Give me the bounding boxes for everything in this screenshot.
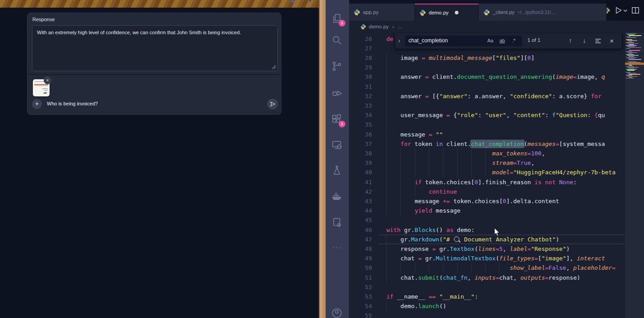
whole-word-icon[interactable]: ab [499,38,505,43]
find-previous-button[interactable]: ↑ [569,37,572,44]
line-number: 45 [349,215,372,225]
line-number: 48 [349,244,372,254]
minimap[interactable] [625,32,644,318]
desktop-wallpaper-gap [319,0,326,318]
code-line[interactable]: 46with gr.Blocks() as demo: [349,225,625,235]
tab-label: demo.py [429,10,449,15]
modified-dot-icon[interactable] [455,11,458,14]
code-line[interactable]: 47 gr.Markdown("# Document Analyzer Chat… [349,235,625,244]
minimap-line [626,78,634,78]
code-line[interactable]: 33 [349,101,625,110]
run-button[interactable] [614,6,628,15]
find-expand-icon[interactable]: › [398,37,400,44]
find-next-button[interactable]: ↓ [583,37,586,44]
tab-demo-py[interactable]: demo.py [415,4,479,21]
add-attachment-button[interactable]: + [32,99,42,109]
code-line[interactable]: 40 model="HuggingFaceH4/zephyr-7b-beta [349,168,625,177]
code-line[interactable]: 36 message = "" [349,130,625,139]
activity-bar: 1 1 [326,0,349,318]
code-line[interactable]: 41 if token.choices[0].finish_reason is … [349,177,625,187]
find-in-selection-icon[interactable] [595,38,601,45]
code-line[interactable]: 37 for token in client.chat_completion(m… [349,139,625,149]
code-line[interactable]: 29 [349,63,625,72]
code-line[interactable]: 48 response = gr.Textbox(lines=5, label=… [349,244,625,254]
minimap-line [627,58,635,59]
line-number: 26 [349,34,372,44]
tab-client-py[interactable]: _client.py ~/.../python3.11/... [479,4,607,21]
explorer-badge: 1 [339,20,345,27]
run-debug-icon[interactable] [331,86,344,99]
remote-explorer-icon[interactable] [331,139,344,152]
minimap-line [626,54,634,55]
tab-label: app.py [363,9,379,15]
source-control-icon[interactable] [331,60,344,73]
code-line[interactable]: 32 answer = [{"answer": a.answer, "confi… [349,91,625,101]
chat-input[interactable]: Who is being invoiced? [47,101,98,106]
find-input[interactable]: chat_completion Aa ab .* [405,36,522,46]
testing-beaker-icon[interactable] [331,164,344,177]
more-actions-icon[interactable]: ··· [331,243,344,256]
code-editor[interactable]: 26de2728 image = multimodal_message["fil… [349,32,625,318]
search-icon[interactable] [331,34,344,47]
code-line[interactable]: 42 continue [349,187,625,196]
breadcrumb[interactable]: demo.py › ... [349,21,644,32]
line-number: 53 [349,292,372,301]
remove-attachment-button[interactable]: × [44,77,51,84]
code-line[interactable]: 54 demo.launch() [349,301,625,311]
code-line[interactable]: 50 show_label=False, placeholder= [349,263,625,273]
minimap-line [626,36,630,37]
line-number: 38 [349,149,372,158]
indent-guide [386,120,387,129]
code-line[interactable]: 30 answer = client.document_question_ans… [349,72,625,82]
response-textbox[interactable]: With an extremely high level of confiden… [32,25,278,71]
line-number: 52 [349,282,372,292]
plus-icon: + [35,100,39,107]
code-line[interactable]: 35 [349,120,625,129]
python-icon [419,9,426,16]
tab-app-py[interactable]: app.py [349,4,415,21]
send-button[interactable] [267,99,278,109]
code-line[interactable]: 34 user_message = {"role": "user", "cont… [349,110,625,120]
resize-handle-icon[interactable] [272,65,276,69]
docker-icon[interactable] [331,191,344,204]
python-icon [354,9,360,16]
code-line[interactable]: 43 message += token.choices[0].delta.con… [349,196,625,206]
minimap-line [627,40,637,41]
line-number: 30 [349,72,372,82]
code-line[interactable]: 51 chat.submit(chat_fn, inputs=chat, out… [349,273,625,282]
find-results-count: 1 of 1 [527,37,540,43]
line-number: 50 [349,263,372,273]
line-number: 32 [349,91,372,101]
minimap-line [626,66,634,67]
breadcrumb-more[interactable]: ... [398,24,402,29]
match-case-icon[interactable]: Aa [487,38,493,43]
tab-description: ~/.../python3.11/... [517,9,555,15]
account-icon[interactable] [331,307,344,318]
code-line[interactable]: 38 max_tokens=100, [349,149,625,158]
magnifier-icon [454,236,459,242]
code-runner-icon[interactable] [331,217,344,229]
regex-icon[interactable]: .* [512,38,515,43]
breadcrumb-file[interactable]: demo.py [369,24,389,29]
code-line[interactable]: 39 stream=True, [349,158,625,168]
minimap-line [629,41,632,42]
minimap-line [629,47,641,48]
code-line[interactable]: 53if __name__ == "__main__": [349,292,625,301]
find-widget: › chat_completion Aa ab .* 1 of 1 ↑ ↓ × [395,33,622,49]
minimap-line [629,59,641,59]
extensions-icon[interactable]: 1 [331,114,344,126]
code-line[interactable]: 49 chat = gr.MultimodalTextbox(file_type… [349,254,625,263]
explorer-icon[interactable]: 1 [331,13,344,25]
code-line[interactable]: 44 yield message [349,206,625,215]
split-editor-icon [631,6,639,14]
code-line[interactable]: 52 [349,282,625,292]
line-number: 33 [349,101,372,110]
minimap-line [626,33,637,34]
split-editor-button[interactable] [631,6,639,14]
find-close-button[interactable]: × [610,37,614,45]
code-line[interactable]: 31 [349,82,625,91]
code-line[interactable]: 55 [349,311,625,318]
code-line[interactable]: 45 [349,215,625,225]
code-line[interactable]: 28 image = multimodal_message["files"][0… [349,53,625,63]
line-number: 42 [349,187,372,196]
